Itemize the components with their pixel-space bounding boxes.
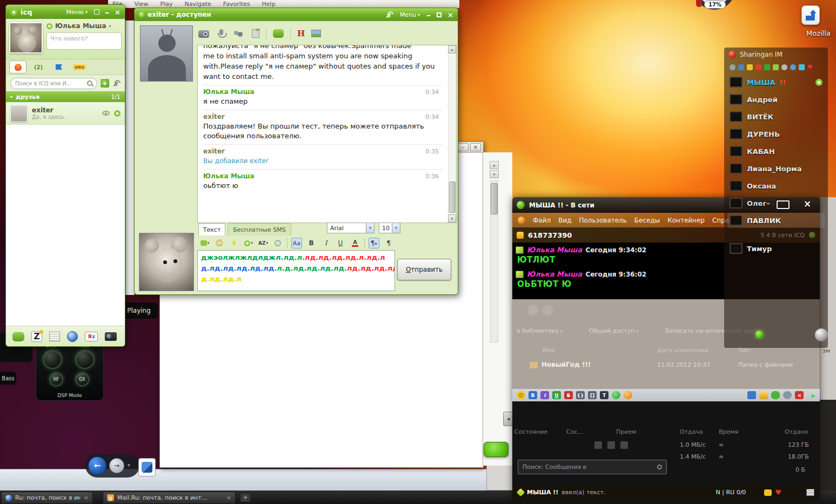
qip-chat-bubble-icon[interactable] [764,489,772,496]
compose-tab-text[interactable]: Текст [198,223,225,236]
tab-calls[interactable]: (2) [30,61,47,73]
settings-gear-button[interactable] [783,391,792,399]
search-icon[interactable] [790,64,796,70]
contact-row[interactable]: ВИТЁК [727,109,825,124]
icq-close-button[interactable]: × [115,8,121,16]
contacts-icon[interactable] [738,64,744,70]
tab-feeds[interactable] [50,61,68,73]
user-avatar-photo[interactable] [9,22,43,53]
chat-icon[interactable] [764,64,770,70]
contact-row[interactable]: Лиана_Норма [727,161,825,176]
menu-play[interactable]: Play [160,1,173,8]
chat-scrollbar[interactable]: ▴ ▾ [448,45,456,223]
news-icon[interactable] [49,332,60,341]
nav-dropdown-arrow[interactable]: ▾ [128,462,130,468]
close-chat-button[interactable]: × [795,391,804,399]
status-dot-icon[interactable] [730,64,735,70]
compose-input[interactable]: джэолжлжлдлджл.лд.л.лд.лд.лд.лд.л.лд.л д… [197,250,395,291]
quote-button[interactable]: {} [576,391,585,399]
qip-heart-icon[interactable]: ♥ [775,488,781,496]
search-input[interactable]: Поиск в ICQ или И... [10,78,97,89]
background-window-minimize-button[interactable]: – [458,143,469,151]
text-style-button[interactable]: Aa [291,238,302,248]
contact-row[interactable]: ДУРЕНЬ [727,126,825,142]
settings-gear-icon[interactable] [781,64,787,70]
chat-message-area[interactable]: пожалуйста "я не спамер" без ковычек.Spa… [197,45,457,223]
microphone-icon[interactable] [216,29,226,38]
group-chat-icon[interactable] [773,64,779,70]
icq-menu-button[interactable]: Меню▾ [66,9,88,16]
mozilla-shortcut[interactable] [801,5,820,25]
underline-button[interactable]: U [552,391,561,399]
contact-list-empty[interactable] [6,125,125,326]
panel-scroll-up-button[interactable]: ▴ [490,161,499,169]
invite-contacts-icon[interactable] [233,29,244,38]
forward-button[interactable]: → [109,458,124,473]
chat-scroll-up-button[interactable]: ▴ [448,45,456,53]
translator-icon[interactable]: Яz [85,332,98,341]
emoticons-button[interactable]: ☺ [517,391,525,399]
chat-close-button[interactable]: × [447,11,453,19]
tab1-close-icon[interactable]: × [84,494,89,501]
emoticons-button[interactable]: ☺ [214,238,225,248]
rambler-z-icon[interactable]: Z [31,331,42,342]
menu-navigate[interactable]: Navigate [184,1,211,8]
chat-mode-button[interactable] [771,391,780,399]
qip-menu-view[interactable]: Вид [558,217,571,224]
background-window-close-button[interactable]: × [470,143,481,151]
contact-row[interactable]: МЫША !! [727,75,825,90]
icq-minimize-button[interactable]: – [105,7,109,17]
translit-button[interactable]: AZ▾ [258,238,269,248]
chat-maximize-button[interactable] [437,12,442,17]
back-button[interactable]: ← [88,456,106,475]
chat-menu-button[interactable]: Menu▾ [400,11,420,18]
contact-row[interactable]: ПАВЛИК [727,213,825,228]
qip-input-area[interactable]: Состояние Сос... Прием Отдача Время Отда… [512,401,820,485]
compose-tab-sms[interactable]: Бесплатные SMS [228,223,291,236]
tab2-close-icon[interactable]: × [226,494,231,501]
buzz-lightning-icon[interactable] [229,238,239,248]
mute-knob[interactable] [75,350,95,369]
font-size-select[interactable]: 10▾ [379,223,400,233]
contact-row[interactable]: КАБАН [727,144,825,159]
underline-button[interactable]: U [335,238,346,248]
font-color-button[interactable]: A [350,238,360,248]
code-button[interactable]: [] [588,391,597,399]
tab-contacts[interactable] [9,61,26,73]
bass-tab[interactable]: Bass [0,372,16,385]
font-button[interactable]: T [600,391,608,399]
video-camera-icon[interactable] [105,332,117,341]
contact-row[interactable]: Андрей [727,92,825,107]
italic-button[interactable]: I [320,238,331,248]
my-status-flower-icon[interactable] [46,23,52,29]
menu-help[interactable]: Help [262,1,276,8]
font-size-dropdown-arrow[interactable]: ▾ [392,223,400,233]
send-mode-button[interactable]: ▾ [199,238,210,248]
contact-row[interactable]: Оксана [727,178,825,193]
favorites-heart-icon[interactable]: ♥ [807,64,813,71]
photo-icon[interactable] [311,30,321,37]
browser-globe-icon[interactable] [67,331,78,342]
games-icon[interactable] [12,332,24,341]
menu-view[interactable]: View [134,1,148,8]
hf-knob[interactable]: HF [49,372,63,386]
block-globe-icon[interactable] [272,238,283,248]
icq-pin-button[interactable] [94,9,99,15]
sharingan-titlebar[interactable]: Sharingan IM [724,48,828,62]
green-action-button[interactable] [484,442,509,457]
new-tab-button[interactable]: + [240,493,251,502]
pinned-browser-tile[interactable] [138,458,156,476]
taskbar-tab-2[interactable]: @ Mail.Ru: почта, поиск в инт... × [103,492,236,504]
status-message-input[interactable]: Что нового? [46,32,122,50]
visibility-eye-icon[interactable] [102,111,110,116]
qip-menu-user[interactable]: Пользователь [579,217,626,224]
chat-scroll-down-button[interactable]: ▾ [448,214,456,223]
chat-minimize-button[interactable]: – [426,10,431,20]
font-family-dropdown-arrow[interactable]: ▾ [366,223,374,233]
panel-scrollbar-track[interactable] [490,180,498,342]
history-icon[interactable]: H [297,29,305,38]
games-icon[interactable] [273,29,284,38]
icq-titlebar[interactable]: icq Меню▾ – × [6,5,125,19]
own-avatar-photo[interactable] [139,233,194,291]
translit-globe-button[interactable] [612,391,620,399]
